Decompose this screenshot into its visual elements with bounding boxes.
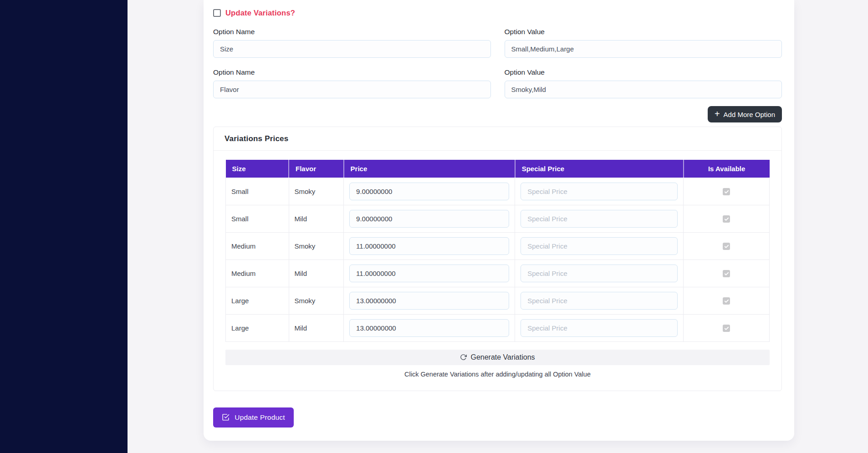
table-row: Large Smoky (226, 287, 770, 314)
special-price-input[interactable] (521, 292, 678, 310)
is-available-checkbox (723, 297, 730, 305)
table-header-row: Size Flavor Price Special Price Is Avail… (226, 160, 770, 178)
option-value-field: Option Value (505, 68, 782, 98)
size-cell: Small (226, 205, 289, 232)
special-price-cell (515, 232, 684, 260)
special-price-cell (515, 260, 684, 287)
generate-variations-label: Generate Variations (470, 353, 535, 361)
price-cell (344, 205, 515, 232)
sidebar (0, 0, 128, 453)
is-available-checkbox (723, 215, 730, 223)
header-special-price: Special Price (515, 160, 684, 178)
is-available-checkbox (723, 270, 730, 277)
special-price-cell (515, 205, 684, 232)
price-input[interactable] (349, 319, 509, 337)
check-icon (724, 189, 729, 194)
flavor-cell: Smoky (289, 178, 344, 205)
option-name-input[interactable] (213, 40, 491, 58)
option-name-label: Option Name (213, 28, 491, 36)
is-available-cell (684, 232, 770, 260)
special-price-input[interactable] (521, 183, 678, 200)
size-cell: Medium (226, 260, 289, 287)
option-name-field: Option Name (213, 28, 491, 58)
size-cell: Large (226, 287, 289, 314)
add-more-option-button[interactable]: + Add More Option (708, 106, 782, 122)
price-input[interactable] (349, 265, 509, 282)
price-input[interactable] (349, 183, 509, 200)
variations-table: Size Flavor Price Special Price Is Avail… (225, 160, 770, 342)
table-row: Small Mild (226, 205, 770, 232)
is-available-cell (684, 178, 770, 205)
table-row: Medium Mild (226, 260, 770, 287)
special-price-cell (515, 287, 684, 314)
table-row: Small Smoky (226, 178, 770, 205)
options-grid: Option Name Option Value Option Name Opt… (213, 28, 782, 98)
option-value-input[interactable] (505, 40, 782, 58)
option-name-field: Option Name (213, 68, 491, 98)
is-available-checkbox (723, 188, 730, 195)
option-value-label: Option Value (505, 28, 782, 36)
add-more-option-label: Add More Option (724, 111, 775, 118)
variations-prices-title: Variations Prices (225, 134, 771, 143)
size-cell: Large (226, 314, 289, 341)
option-name-label: Option Name (213, 68, 491, 76)
check-icon (724, 244, 729, 249)
option-value-label: Option Value (505, 68, 782, 76)
check-square-icon (222, 413, 230, 421)
update-product-button[interactable]: Update Product (213, 407, 294, 428)
is-available-cell (684, 287, 770, 314)
special-price-input[interactable] (521, 265, 678, 282)
special-price-input[interactable] (521, 237, 678, 255)
update-variations-checkbox[interactable] (213, 9, 221, 17)
is-available-checkbox (723, 325, 730, 332)
flavor-cell: Mild (289, 260, 344, 287)
special-price-cell (515, 178, 684, 205)
table-row: Large Mild (226, 314, 770, 341)
price-input[interactable] (349, 292, 509, 310)
update-product-label: Update Product (235, 413, 285, 422)
check-icon (724, 299, 729, 304)
is-available-cell (684, 260, 770, 287)
variations-card-header: Variations Prices (214, 127, 781, 151)
option-name-input[interactable] (213, 81, 491, 98)
price-cell (344, 287, 515, 314)
size-cell: Medium (226, 232, 289, 260)
header-flavor: Flavor (289, 160, 344, 178)
check-icon (724, 326, 729, 331)
add-option-row: + Add More Option (213, 106, 782, 122)
header-is-available: Is Available (684, 160, 770, 178)
generate-helper-text: Click Generate Variations after adding/u… (225, 371, 770, 378)
variations-card-body: Size Flavor Price Special Price Is Avail… (214, 151, 781, 391)
price-cell (344, 314, 515, 341)
variations-prices-card: Variations Prices Size Flavor Price Spec… (213, 127, 782, 391)
special-price-input[interactable] (521, 319, 678, 337)
price-cell (344, 232, 515, 260)
special-price-input[interactable] (521, 210, 678, 228)
update-variations-row: Update Variations? (213, 8, 782, 17)
generate-variations-button[interactable]: Generate Variations (225, 350, 770, 365)
check-icon (724, 217, 729, 222)
table-row: Medium Smoky (226, 232, 770, 260)
sync-icon (460, 354, 467, 361)
option-value-field: Option Value (505, 28, 782, 58)
plus-icon: + (715, 109, 720, 118)
flavor-cell: Smoky (289, 287, 344, 314)
price-input[interactable] (349, 210, 509, 228)
flavor-cell: Mild (289, 205, 344, 232)
header-price: Price (344, 160, 515, 178)
check-icon (724, 271, 729, 276)
is-available-cell (684, 314, 770, 341)
update-variations-label[interactable]: Update Variations? (225, 9, 295, 17)
price-input[interactable] (349, 237, 509, 255)
option-value-input[interactable] (505, 81, 782, 98)
flavor-cell: Mild (289, 314, 344, 341)
main-card: Update Variations? Option Name Option Va… (204, 0, 794, 441)
price-cell (344, 260, 515, 287)
header-size: Size (226, 160, 289, 178)
special-price-cell (515, 314, 684, 341)
is-available-cell (684, 205, 770, 232)
price-cell (344, 178, 515, 205)
is-available-checkbox (723, 243, 730, 250)
size-cell: Small (226, 178, 289, 205)
flavor-cell: Smoky (289, 232, 344, 260)
